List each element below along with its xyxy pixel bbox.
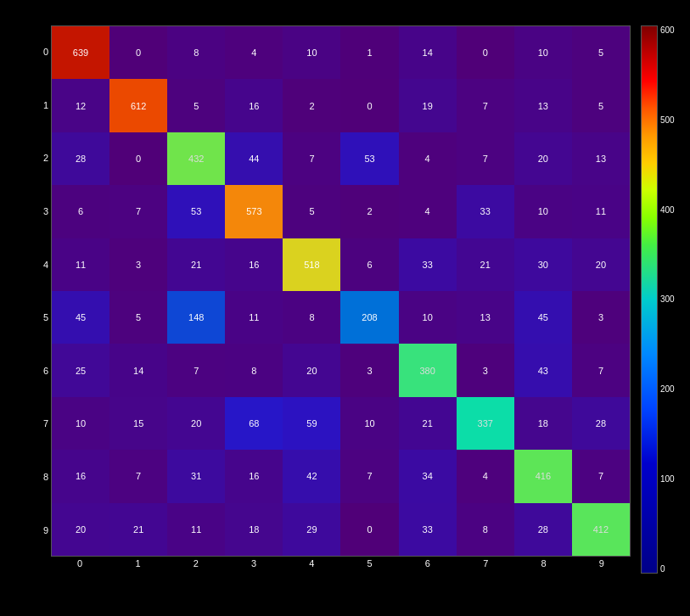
matrix-cell: 11 [572,185,630,238]
matrix-cell: 7 [167,344,225,396]
colorbar-tick-label: 400 [660,205,675,215]
x-tick: 9 [573,557,631,574]
matrix-cell: 432 [167,132,225,185]
matrix-cell: 44 [225,132,283,185]
matrix-cell: 20 [514,132,572,185]
matrix-cell: 53 [340,132,398,185]
matrix-cell: 0 [340,503,398,556]
x-ticks: 0123456789 [51,557,631,574]
y-tick: 5 [34,291,51,344]
matrix-cell: 8 [457,503,514,556]
matrix-cell: 3 [109,238,167,291]
matrix-cell: 0 [457,26,514,79]
colorbar-tick-label: 600 [660,25,675,35]
matrix-cell: 53 [167,185,225,238]
colorbar-tick-label: 200 [660,384,675,394]
y-tick: 0 [34,25,51,79]
matrix-cell: 33 [399,503,457,556]
matrix-cell: 612 [109,79,167,132]
y-tick: 9 [34,503,51,557]
matrix-cell: 11 [52,238,109,291]
matrix-cell: 7 [457,132,514,185]
matrix-cell: 10 [514,185,572,238]
matrix-cell: 16 [52,450,109,502]
matrix-cell: 15 [109,397,167,450]
matrix-cell: 639 [52,26,109,79]
matrix-cell: 6 [340,238,398,291]
colorbar-gradient [641,25,658,574]
matrix-cell: 8 [283,291,340,344]
y-tick: 1 [34,79,51,132]
y-tick: 4 [34,238,51,291]
matrix-cell: 10 [399,291,457,344]
matrix-cell: 19 [399,79,457,132]
x-tick: 5 [340,557,398,574]
matrix-cell: 7 [109,185,167,238]
matrix-cell: 5 [167,79,225,132]
colorbar: 6005004003002001000 [641,25,683,574]
chart-container: 0123456789 63908410114010512612516201971… [0,0,690,616]
matrix-cell: 16 [225,238,283,291]
colorbar-tick-label: 100 [660,474,675,484]
matrix-cell: 14 [399,26,457,79]
matrix-cell: 3 [572,291,630,344]
matrix-cell: 30 [514,238,572,291]
matrix-cell: 10 [52,397,109,450]
matrix-cell: 45 [52,291,109,344]
matrix-cell: 8 [167,26,225,79]
matrix-cell: 10 [514,26,572,79]
colorbar-tick-label: 500 [660,115,675,125]
matrix-cell: 20 [283,344,340,396]
matrix-cell: 68 [225,397,283,450]
matrix-cell: 6 [52,185,109,238]
matrix-cell: 14 [109,344,167,396]
matrix-cell: 7 [109,450,167,502]
x-tick: 4 [283,557,340,574]
matrix-cell: 29 [283,503,340,556]
matrix-cell: 7 [572,450,630,502]
colorbar-tick-label: 300 [660,294,675,304]
matrix-cell: 4 [457,450,514,502]
matrix-cell: 208 [340,291,398,344]
matrix-cell: 16 [225,79,283,132]
matrix-cell: 43 [514,344,572,396]
matrix-cell: 0 [109,26,167,79]
matrix-cell: 148 [167,291,225,344]
matrix-cell: 7 [283,132,340,185]
y-tick: 6 [34,344,51,398]
matrix-cell: 1 [340,26,398,79]
matrix-cell: 2 [283,79,340,132]
matrix-cell: 4 [399,132,457,185]
x-tick: 6 [399,557,457,574]
matrix-cell: 3 [457,344,514,396]
matrix-cell: 18 [225,503,283,556]
x-tick: 2 [167,557,225,574]
matrix-cell: 10 [283,26,340,79]
matrix-cell: 25 [52,344,109,396]
colorbar-ticks: 6005004003002001000 [658,25,675,574]
matrix-cell: 21 [109,503,167,556]
x-tick: 1 [109,557,166,574]
y-ticks: 0123456789 [34,25,51,557]
matrix-cell: 0 [340,79,398,132]
matrix-cell: 12 [52,79,109,132]
matrix-cell: 21 [399,397,457,450]
matrix-cell: 21 [457,238,514,291]
matrix-cell: 416 [514,450,572,502]
matrix-cell: 4 [225,26,283,79]
matrix-cell: 20 [572,238,630,291]
matrix-cell: 28 [52,132,109,185]
matrix-cell: 5 [283,185,340,238]
matrix-cell: 21 [167,238,225,291]
matrix-cell: 380 [399,344,457,396]
matrix-cell: 7 [340,450,398,502]
matrix-cell: 573 [225,185,283,238]
y-tick: 2 [34,132,51,185]
matrix-grid: 6390841011401051261251620197135280432447… [51,25,631,557]
matrix-cell: 11 [167,503,225,556]
matrix-cell: 28 [514,503,572,556]
colorbar-tick-label: 0 [660,564,675,574]
matrix-cell: 33 [457,185,514,238]
matrix-cell: 4 [399,185,457,238]
y-tick: 8 [34,451,51,504]
